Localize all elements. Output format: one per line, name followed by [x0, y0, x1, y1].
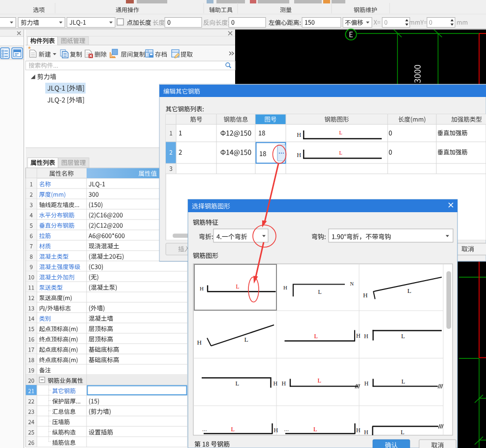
- svg-text:L: L: [231, 426, 235, 433]
- svg-text:H: H: [273, 380, 278, 387]
- svg-text:L: L: [244, 336, 248, 343]
- svg-text:H: H: [282, 380, 286, 387]
- svg-text:L: L: [236, 380, 240, 387]
- svg-text:L: L: [314, 333, 318, 340]
- svg-text:H: H: [197, 339, 202, 346]
- svg-text:H: H: [297, 152, 302, 159]
- svg-text:N: N: [350, 281, 354, 287]
- svg-text:’: ’: [287, 429, 289, 434]
- svg-text:H: H: [356, 427, 361, 434]
- svg-text:L: L: [318, 377, 322, 384]
- svg-text:’: ’: [205, 429, 207, 434]
- svg-text:H: H: [200, 286, 204, 291]
- svg-text:H: H: [364, 429, 368, 436]
- svg-text:H: H: [274, 427, 278, 434]
- svg-text:L: L: [401, 333, 405, 340]
- svg-text:L: L: [401, 429, 405, 436]
- svg-text:L: L: [339, 150, 342, 156]
- svg-text:L: L: [313, 426, 317, 433]
- svg-text:H: H: [364, 380, 369, 387]
- svg-text:H: H: [297, 131, 302, 138]
- svg-text:L: L: [407, 287, 411, 294]
- svg-text:L: L: [318, 288, 322, 295]
- svg-text:L: L: [236, 284, 240, 289]
- svg-text:L: L: [401, 378, 405, 385]
- svg-text:H: H: [364, 333, 368, 340]
- svg-text:L: L: [339, 130, 342, 135]
- svg-text:H: H: [356, 332, 361, 339]
- svg-text:H: H: [283, 285, 287, 290]
- svg-text:H: H: [363, 291, 367, 299]
